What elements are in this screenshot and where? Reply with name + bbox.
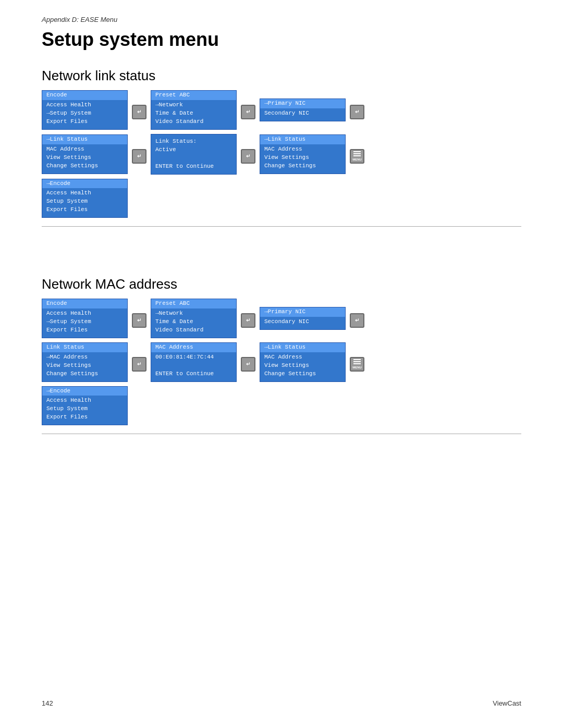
appendix-label: Appendix D: EASE Menu xyxy=(42,16,117,23)
section-divider-1 xyxy=(42,226,521,227)
screen-highlighted-mac-4: Link Status xyxy=(42,343,127,352)
enter-button-mac-3[interactable]: ↵ xyxy=(350,313,364,328)
screen-line: Access Health xyxy=(46,397,123,405)
menu-line xyxy=(353,155,361,156)
screen-line: Secondary NIC xyxy=(264,318,341,326)
screen-link-menu-1: →Link Status MAC Address View Settings C… xyxy=(42,134,128,174)
screen-line: Change Settings xyxy=(264,162,341,170)
screen-line: Export Files xyxy=(46,118,123,126)
screen-highlighted-2: Preset ABC xyxy=(151,91,236,100)
screen-line: Setup System xyxy=(46,198,123,206)
screen-row-1: Encode Access Health →Setup System Expor… xyxy=(42,90,521,130)
screen-line: View Settings xyxy=(46,362,123,370)
screen-line: Secondary NIC xyxy=(264,109,341,118)
screen-line: Access Health xyxy=(46,189,123,198)
page-brand: ViewCast xyxy=(493,699,521,707)
screen-line: Access Health xyxy=(46,101,123,109)
screen-line: Change Settings xyxy=(46,162,123,170)
screen-row-mac-1: Encode Access Health →Setup System Expor… xyxy=(42,299,521,338)
screen-line xyxy=(155,154,232,163)
screen-highlighted-1: Encode xyxy=(42,91,127,100)
screens-area-link-status: Encode Access Health →Setup System Expor… xyxy=(42,90,521,218)
screen-row-mac-2: Link Status →MAC Address View Settings C… xyxy=(42,342,521,382)
menu-line xyxy=(353,363,361,364)
enter-button-5[interactable]: ↵ xyxy=(241,149,255,164)
screen-line: Video Standard xyxy=(155,118,232,126)
screen-row-3: →Encode Access Health Setup System Expor… xyxy=(42,179,521,218)
page-number: 142 xyxy=(42,699,53,707)
screen-highlighted-mac-1: Encode xyxy=(42,299,127,309)
screen-line: Setup System xyxy=(46,405,123,413)
enter-button-mac-4[interactable]: ↵ xyxy=(132,357,146,372)
screen-main-result-mac: →Encode Access Health Setup System Expor… xyxy=(42,386,128,426)
screen-line: →Setup System xyxy=(46,109,123,118)
enter-button-4[interactable]: ↵ xyxy=(132,149,146,164)
screen-highlighted-4: →Link Status xyxy=(42,135,127,144)
enter-button-1[interactable]: ↵ xyxy=(132,105,146,119)
enter-button-mac-1[interactable]: ↵ xyxy=(132,313,146,328)
screen-line: Time & Date xyxy=(155,109,232,118)
screen-highlighted-mac-2: Preset ABC xyxy=(151,299,236,309)
screen-nic-menu-1: →Primary NIC Secondary NIC xyxy=(260,98,346,121)
enter-button-3[interactable]: ↵ xyxy=(350,105,364,119)
page-title: Setup system menu xyxy=(42,29,219,51)
screen-row-mac-3: →Encode Access Health Setup System Expor… xyxy=(42,386,521,426)
screen-link-status-display-1: Link Status: Active ENTER to Continue xyxy=(151,134,237,175)
screen-nic-menu-mac-1: →Primary NIC Secondary NIC xyxy=(260,307,346,330)
screen-line: View Settings xyxy=(264,154,341,162)
menu-line xyxy=(353,361,361,362)
screen-line: View Settings xyxy=(264,362,341,370)
screen-enter-to-continue-2: ENTER to Continue xyxy=(155,370,232,378)
screen-highlighted-6: →Link Status xyxy=(260,135,345,144)
menu-line xyxy=(353,359,361,360)
menu-label-mac: MENU xyxy=(352,366,362,369)
menu-line xyxy=(353,153,361,154)
screen-link-result-mac: →Link Status MAC Address View Settings C… xyxy=(260,342,346,382)
section-network-mac-address: Network MAC address Encode Access Health… xyxy=(42,276,521,434)
screen-preset-menu-1: Preset ABC →Network Time & Date Video St… xyxy=(151,90,237,130)
enter-button-2[interactable]: ↵ xyxy=(241,105,255,119)
enter-button-mac-5[interactable]: ↵ xyxy=(241,357,255,372)
screen-highlighted-7: →Encode xyxy=(42,179,127,189)
screen-mac-value: 00:E0:81:4E:7C:44 xyxy=(155,353,232,362)
screen-link-menu-mac-1: Link Status →MAC Address View Settings C… xyxy=(42,342,128,382)
screen-line: MAC Address xyxy=(264,353,341,362)
screen-line: View Settings xyxy=(46,154,123,162)
screens-area-mac-address: Encode Access Health →Setup System Expor… xyxy=(42,299,521,425)
screen-main-menu-mac-1: Encode Access Health →Setup System Expor… xyxy=(42,299,128,338)
screen-highlighted-mac-3: →Primary NIC xyxy=(260,307,345,317)
screen-highlighted-3: →Primary NIC xyxy=(260,99,345,108)
screen-line: →Network xyxy=(155,310,232,318)
screen-line: Access Health xyxy=(46,310,123,318)
screen-line: MAC Address xyxy=(264,145,341,154)
section-title-network-link-status: Network link status xyxy=(42,68,521,84)
menu-icon-mac xyxy=(353,359,361,364)
screen-main-result-1: →Encode Access Health Setup System Expor… xyxy=(42,179,128,218)
screen-link-result-1: →Link Status MAC Address View Settings C… xyxy=(260,134,346,174)
screen-mac-display: MAC Address 00:E0:81:4E:7C:44 ENTER to C… xyxy=(151,342,237,382)
screen-highlighted-mac-7: →Encode xyxy=(42,387,127,396)
screen-main-menu-1: Encode Access Health →Setup System Expor… xyxy=(42,90,128,130)
screen-row-2: →Link Status MAC Address View Settings C… xyxy=(42,134,521,175)
screen-line: Export Files xyxy=(46,326,123,335)
screen-line: MAC Address xyxy=(46,145,123,154)
screen-line: Export Files xyxy=(46,413,123,422)
section-divider-2 xyxy=(42,434,521,434)
screen-line: →MAC Address xyxy=(46,353,123,362)
screen-line: Time & Date xyxy=(155,318,232,326)
screen-enter-to-continue-1: ENTER to Continue xyxy=(155,163,232,171)
enter-button-mac-2[interactable]: ↵ xyxy=(241,313,255,328)
screen-line: Active xyxy=(155,146,232,154)
menu-button-1[interactable]: MENU xyxy=(350,149,364,164)
menu-icon-1 xyxy=(353,151,361,156)
menu-button-mac[interactable]: MENU xyxy=(350,357,364,372)
screen-highlighted-mac-6: →Link Status xyxy=(260,343,345,352)
screen-line: Export Files xyxy=(46,206,123,214)
screen-line: →Setup System xyxy=(46,318,123,326)
screen-line: →Network xyxy=(155,101,232,109)
screen-line: Change Settings xyxy=(46,370,123,378)
screen-line: Link Status: xyxy=(155,138,232,146)
section-network-link-status: Network link status Encode Access Health… xyxy=(42,68,521,227)
section-title-network-mac-address: Network MAC address xyxy=(42,276,521,292)
screen-line: Change Settings xyxy=(264,370,341,378)
